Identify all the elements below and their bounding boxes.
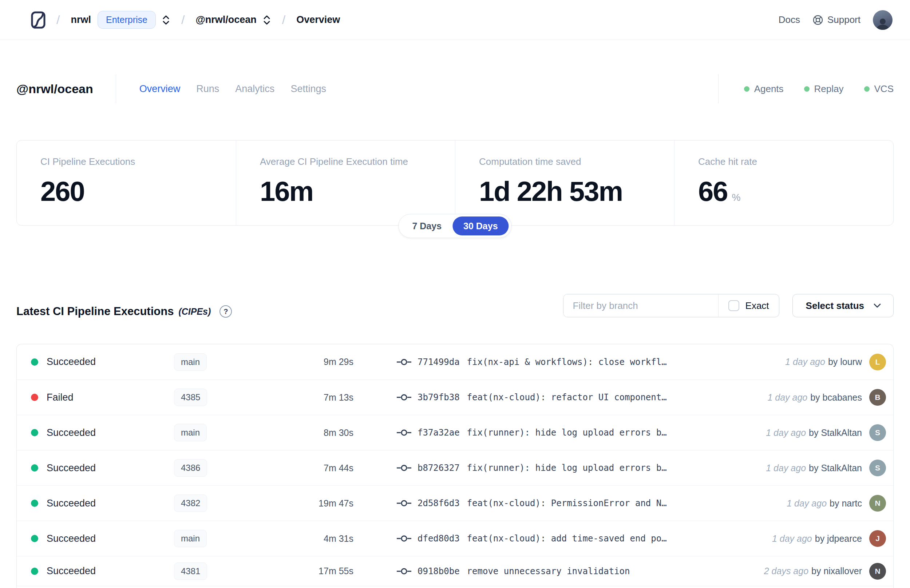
commit-message: fix(runner): hide log upload errors b…: [467, 428, 667, 438]
author: by bcabanes: [810, 392, 862, 402]
branch-chip: 4381: [174, 562, 207, 580]
status-label: Succeeded: [47, 533, 174, 544]
org-switcher-chevron-icon[interactable]: [162, 15, 170, 26]
top-nav: / nrwl Enterprise / @nrwl/ocean / Overvi…: [0, 0, 910, 40]
duration: 8m 30s: [283, 428, 354, 438]
cipe-row[interactable]: Succeeded main 8m 30s f37a32aefix(runner…: [17, 415, 893, 450]
help-icon[interactable]: ?: [220, 305, 232, 318]
status-select-dropdown[interactable]: Select status: [792, 294, 894, 317]
time-ago: 1 day ago: [787, 498, 827, 508]
commit-hash: 3b79fb38: [417, 392, 460, 402]
status-label: Succeeded: [47, 462, 174, 474]
exact-checkbox[interactable]: [728, 300, 739, 311]
commit-message: fix(nx-api & workflows): close workfl…: [467, 357, 667, 367]
status-dot-icon: [31, 464, 38, 472]
branch-chip: 4382: [174, 494, 207, 512]
exact-label: Exact: [745, 300, 769, 312]
enterprise-badge[interactable]: Enterprise: [97, 11, 156, 29]
stats-cards: CI Pipeline Executions 260 Average CI Pi…: [16, 140, 894, 226]
cipe-row[interactable]: Failed 4385 7m 13s 3b79fb38feat(nx-cloud…: [17, 380, 893, 415]
nx-cloud-logo-icon[interactable]: [31, 11, 45, 29]
git-commit-icon: [396, 428, 412, 437]
git-commit-icon: [396, 499, 412, 507]
duration: 7m 13s: [283, 392, 354, 403]
avatar: N: [869, 495, 886, 512]
tab-settings[interactable]: Settings: [291, 83, 326, 95]
cipe-section-header: Latest CI Pipeline Executions (CIPEs) ?: [16, 305, 232, 318]
stat-value: 260: [40, 176, 84, 207]
git-commit-icon: [396, 534, 412, 543]
lifebuoy-icon: [813, 15, 823, 26]
cipe-table: Succeeded main 9m 29s 771499dafix(nx-api…: [16, 344, 894, 588]
cipe-filters: Exact Select status: [563, 294, 894, 317]
service-replay[interactable]: Replay: [804, 83, 844, 95]
cipe-row[interactable]: Succeeded main 9m 29s 771499dafix(nx-api…: [17, 344, 893, 380]
author: by StalkAltan: [809, 428, 862, 438]
status-dot-icon: [31, 499, 38, 507]
chevron-down-icon: [872, 300, 883, 311]
service-vcs[interactable]: VCS: [864, 83, 894, 95]
avatar: S: [869, 460, 886, 476]
support-link[interactable]: Support: [813, 14, 860, 26]
status-dot-icon: [31, 535, 38, 542]
stat-value: 66: [698, 176, 727, 207]
docs-link[interactable]: Docs: [779, 14, 800, 26]
cipe-row[interactable]: Succeeded 4382 19m 47s 2d58f6d3feat(nx-c…: [17, 485, 893, 521]
duration: 17m 55s: [283, 566, 354, 577]
duration: 4m 31s: [283, 533, 354, 544]
commit-message: fix(runner): hide log upload errors b…: [467, 463, 667, 473]
commit-hash: 2d58f6d3: [417, 498, 460, 508]
tab-overview[interactable]: Overview: [139, 83, 181, 95]
range-7-days-button[interactable]: 7 Days: [401, 216, 453, 236]
user-avatar[interactable]: [873, 10, 892, 30]
cipe-row[interactable]: Succeeded main 4m 31s dfed80d3feat(nx-cl…: [17, 521, 893, 556]
breadcrumb-page: Overview: [296, 14, 340, 26]
commit-hash: b8726327: [417, 463, 460, 473]
author: by jdpearce: [815, 533, 862, 544]
date-range-toggle: 7 Days 30 Days: [398, 214, 511, 238]
cipe-abbrev: (CIPEs): [178, 306, 211, 317]
duration: 7m 44s: [283, 463, 354, 473]
breadcrumb-separator: /: [282, 13, 285, 27]
workspace-tabs: Overview Runs Analytics Settings: [139, 83, 326, 95]
avatar: L: [869, 354, 886, 370]
workspace-switcher-chevron-icon[interactable]: [262, 15, 271, 26]
time-ago: 1 day ago: [766, 428, 806, 438]
service-agents[interactable]: Agents: [744, 83, 784, 95]
branch-filter-group: Exact: [563, 294, 779, 317]
commit-message: remove unnecessary invalidation: [467, 566, 630, 577]
range-30-days-button[interactable]: 30 Days: [453, 216, 509, 236]
tab-runs[interactable]: Runs: [196, 83, 219, 95]
time-ago: 1 day ago: [785, 357, 825, 367]
branch-chip: main: [174, 530, 207, 547]
status-label: Succeeded: [47, 356, 174, 367]
status-dot-icon: [31, 568, 38, 575]
breadcrumb-workspace[interactable]: @nrwl/ocean: [196, 14, 256, 26]
cipe-row[interactable]: Succeeded 4381 17m 55s 0918b0beremove un…: [17, 556, 893, 586]
commit-message: feat(nx-cloud): PermissionError and N…: [467, 498, 667, 508]
breadcrumb-org[interactable]: nrwl: [71, 14, 91, 26]
cipe-title: Latest CI Pipeline Executions: [16, 305, 174, 318]
breadcrumb-separator: /: [57, 13, 60, 27]
status-label: Failed: [47, 392, 174, 403]
branch-filter-input[interactable]: [564, 294, 718, 317]
author: by StalkAltan: [809, 463, 862, 473]
status-dot-icon: [744, 86, 750, 92]
branch-chip: main: [174, 353, 207, 371]
workspace-header: @nrwl/ocean Overview Runs Analytics Sett…: [16, 72, 894, 105]
status-label: Succeeded: [47, 565, 174, 577]
tab-analytics[interactable]: Analytics: [235, 83, 275, 95]
stat-value: 1d 22h 53m: [479, 176, 622, 207]
commit-message: feat(nx-cloud): refactor UI component…: [467, 392, 667, 402]
breadcrumb-separator: /: [181, 13, 184, 27]
cipe-row[interactable]: Succeeded 4386 7m 44s b8726327fix(runner…: [17, 450, 893, 485]
commit-message: feat(nx-cloud): add time-saved end po…: [467, 533, 667, 544]
stat-card-executions: CI Pipeline Executions 260: [17, 141, 236, 225]
commit-hash: 771499da: [417, 357, 460, 367]
exact-toggle: Exact: [719, 300, 779, 312]
branch-chip: 4386: [174, 459, 207, 477]
divider: [718, 74, 719, 103]
author: by nixallover: [811, 566, 862, 576]
time-ago: 2 days ago: [764, 566, 808, 576]
status-label: Succeeded: [47, 427, 174, 438]
